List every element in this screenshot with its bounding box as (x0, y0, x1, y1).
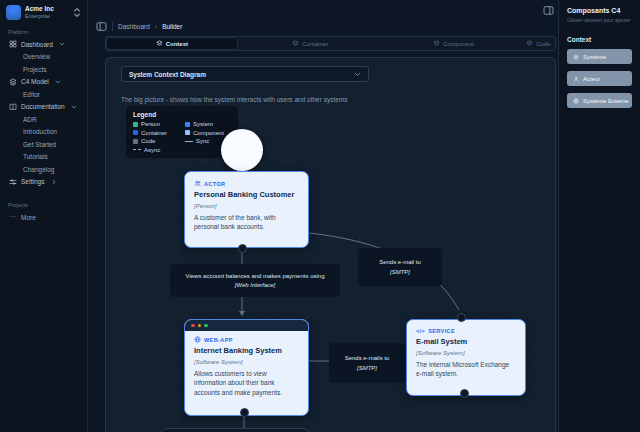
edge-label-actor-webapp[interactable]: Views account balances and makes payment… (170, 264, 340, 297)
edge-label-text: Sends e-mails to (329, 355, 405, 361)
sidebar-item-label: Documentation (21, 103, 65, 110)
layers-icon (8, 78, 17, 86)
breadcrumb-builder: Builder (162, 23, 182, 30)
globe-icon (573, 98, 579, 104)
browser-dot-yellow (198, 324, 202, 328)
grid-icon (8, 40, 17, 48)
person-icon (573, 76, 579, 82)
chevron-down-icon (354, 71, 361, 78)
edge-label-tech: [SMTP] (358, 269, 442, 275)
workspace-switcher[interactable]: Acme Inc Enterprise (6, 5, 81, 20)
node-email-system[interactable]: </> SERVICE E-mail System [Software Syst… (406, 319, 526, 396)
node-partial-bottom[interactable] (161, 428, 309, 432)
globe-icon (194, 336, 201, 343)
node-type: [Software System] (194, 359, 299, 365)
node-description: A customer of the bank, with personal ba… (194, 213, 299, 233)
tab-label: Code (536, 41, 550, 47)
layers-icon (433, 40, 440, 47)
node-internet-banking-system[interactable]: WEB-APP Internet Banking System [Softwar… (184, 319, 309, 416)
legend-item-component: Component (185, 130, 231, 136)
sidebar-item-tutorials[interactable]: Tutorials (6, 151, 81, 164)
sidebar-item-label: C4 Model (21, 78, 49, 85)
breadcrumb-separator: › (155, 23, 157, 30)
sidebar-section-projects: Projects (8, 202, 81, 208)
panel-section-context: Context (567, 36, 632, 43)
tab-context[interactable]: Context (107, 38, 237, 49)
sidebar-item-c4model[interactable]: C4 Model (6, 76, 81, 89)
sidebar-item-settings[interactable]: Settings (6, 176, 81, 189)
legend-item-container: Container (133, 130, 179, 136)
edge-label-text: Views account balances and makes payment… (170, 273, 340, 279)
node-description: The internal Microsoft Exchange e-mail s… (416, 360, 516, 380)
diagram-subtitle: The big picture - shows how the system i… (121, 96, 348, 103)
diagram-level-tabs: Context Container Component Code (105, 36, 556, 51)
sidebar-item-editor[interactable]: Editor (6, 88, 81, 101)
diagram-select-value: System Context Diagram (129, 71, 206, 78)
async-line-swatch (133, 149, 141, 150)
code-swatch (133, 139, 138, 144)
tab-label: Context (166, 41, 188, 47)
sidebar-item-overview[interactable]: Overview (6, 51, 81, 64)
sync-line-swatch (185, 141, 193, 142)
sidebar-item-more[interactable]: ⋯ More (6, 211, 81, 224)
sidebar-item-label: Overview (23, 53, 50, 60)
panel-right-toggle-icon[interactable] (543, 5, 554, 16)
node-title: Internet Banking System (194, 346, 299, 355)
layers-icon (292, 40, 299, 47)
sidebar-item-label: Dashboard (21, 41, 53, 48)
node-kind-label: ACTOR (204, 181, 225, 187)
palette-item-label: Acteur (583, 76, 600, 82)
palette-item-systeme[interactable]: Système (567, 49, 632, 64)
sidebar-item-label: More (21, 214, 36, 221)
brand-plan: Enterprise (25, 13, 54, 20)
node-personal-banking-customer[interactable]: ACTOR Personal Banking Customer [Person]… (184, 171, 309, 248)
palette-item-acteur[interactable]: Acteur (567, 71, 632, 86)
node-title: E-mail System (416, 337, 516, 346)
diagram-canvas[interactable]: System Context Diagram The big picture -… (105, 57, 556, 432)
layers-icon (156, 40, 163, 47)
edge-label-actor-email[interactable]: Sends e-mail to [SMTP] (358, 248, 442, 286)
browser-dot-green (204, 324, 208, 328)
chevron-down-icon (59, 41, 65, 47)
brand-name: Acme Inc (25, 5, 54, 13)
sidebar-item-dashboard[interactable]: Dashboard (6, 38, 81, 51)
tab-container[interactable]: Container (237, 38, 385, 49)
edge-label-text: Sends e-mail to (358, 259, 442, 265)
sliders-icon (8, 178, 17, 186)
palette-item-label: Système (583, 54, 606, 60)
palette-item-systeme-externe[interactable]: Système Externe (567, 93, 632, 108)
connector-handle[interactable] (457, 313, 466, 322)
sidebar-item-changelog[interactable]: Changelog (6, 163, 81, 176)
component-swatch (185, 130, 190, 135)
diagram-select[interactable]: System Context Diagram (121, 66, 369, 82)
connector-handle[interactable] (238, 244, 247, 253)
sidebar-item-label: Get Started (23, 141, 56, 148)
sidebar-item-label: Editor (23, 91, 40, 98)
arrowhead (239, 311, 245, 316)
sidebar-section-platform: Platform (8, 29, 81, 35)
connector-handle[interactable] (240, 408, 249, 417)
node-description: Allows customers to view information abo… (194, 369, 299, 398)
book-icon (8, 103, 17, 111)
breadcrumb-dashboard[interactable]: Dashboard (118, 23, 150, 30)
sidebar-item-projects[interactable]: Projects (6, 63, 81, 76)
tab-code[interactable]: Code (523, 38, 554, 49)
tab-component[interactable]: Component (384, 38, 523, 49)
edge-label-webapp-email[interactable]: Sends e-mails to [SMTP] (329, 343, 405, 383)
legend-item-code: Code (133, 138, 179, 144)
edge-label-tech: [Web Interface] (170, 282, 340, 288)
sidebar-item-adr[interactable]: ADR (6, 113, 81, 126)
sidebar-item-documentation[interactable]: Documentation (6, 101, 81, 114)
panel-subtitle: Glisser-déposer pour ajouter (567, 17, 632, 23)
panel-title: Composants C4 (567, 7, 632, 14)
panel-left-toggle-icon[interactable] (96, 21, 107, 32)
brand-logo (6, 5, 21, 20)
sidebar-item-introduction[interactable]: Introduction (6, 126, 81, 139)
layers-icon (526, 40, 533, 47)
node-type: [Software System] (416, 350, 516, 356)
connector-handle[interactable] (460, 389, 469, 398)
components-panel: Composants C4 Glisser-déposer pour ajout… (558, 0, 640, 432)
sidebar-item-get-started[interactable]: Get Started (6, 138, 81, 151)
tab-label: Component (443, 41, 474, 47)
person-head-shape[interactable] (221, 129, 263, 171)
